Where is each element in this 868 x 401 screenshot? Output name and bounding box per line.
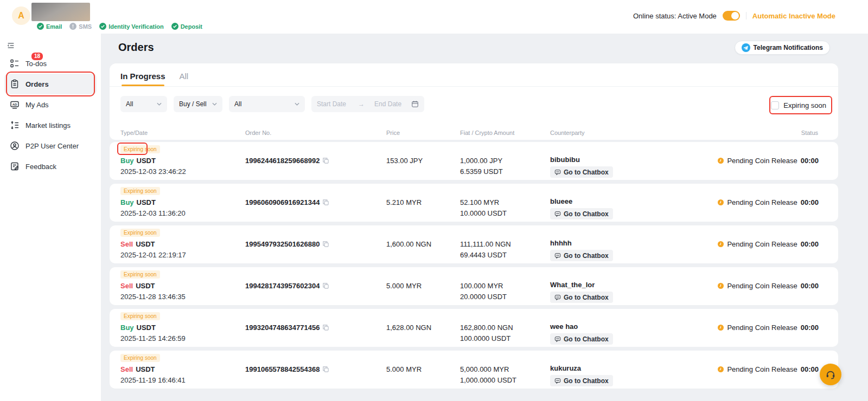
- crypto-amount: 10.0000 USDT: [460, 209, 507, 217]
- toggle-knob: [731, 12, 739, 20]
- sidebar-item-label: Orders: [25, 80, 49, 88]
- expiring-soon-checkbox[interactable]: Expiring soon: [771, 98, 826, 113]
- order-row[interactable]: Expiring soon Sell USDT 2025-12-01 22:19…: [110, 225, 838, 263]
- status-label: Pending Coin Release: [727, 198, 797, 206]
- status-label: Pending Coin Release: [727, 282, 797, 290]
- date-range-picker[interactable]: Start Date → End Date: [311, 96, 424, 112]
- sidebar-item-feedback[interactable]: Feedback: [4, 156, 97, 177]
- order-price: 5.210 MYR: [386, 198, 422, 206]
- order-price: 1,600.00 NGN: [386, 240, 431, 248]
- copy-icon[interactable]: [322, 366, 329, 373]
- check-circle-icon: [37, 23, 44, 30]
- go-to-chatbox-button[interactable]: Go to Chatbox: [550, 333, 613, 345]
- ad-icon: AD: [10, 100, 20, 109]
- order-asset: USDT: [137, 198, 156, 206]
- chevron-down-icon: [212, 102, 217, 106]
- top-bar: A Email SMS Identity Verification Deposi…: [0, 0, 868, 34]
- counterparty-name: blueee: [550, 197, 572, 205]
- sidebar-item-market-listings[interactable]: Market listings: [4, 115, 97, 135]
- clock-icon: [718, 241, 724, 247]
- sidebar-item-todos[interactable]: To-dos 18: [4, 53, 97, 74]
- tab-all[interactable]: All: [180, 66, 189, 86]
- go-to-chatbox-button[interactable]: Go to Chatbox: [550, 250, 613, 261]
- copy-icon[interactable]: [322, 241, 329, 248]
- order-side: Buy: [120, 198, 134, 206]
- crypto-amount: 69.4443 USDT: [460, 251, 507, 259]
- expiring-soon-badge: Expiring soon: [120, 354, 160, 362]
- sidebar: To-dos 18 Orders AD My Ads Market listin…: [0, 34, 101, 401]
- automatic-inactive-mode-link[interactable]: Automatic Inactive Mode: [752, 12, 835, 20]
- sidebar-item-my-ads[interactable]: AD My Ads: [4, 94, 97, 115]
- status-label: Pending Coin Release: [727, 324, 797, 332]
- column-header-type-date: Type/Date: [120, 130, 148, 136]
- telegram-notifications-button[interactable]: Telegram Notifications: [735, 41, 830, 55]
- sidebar-collapse-icon[interactable]: [7, 41, 15, 50]
- sidebar-item-orders[interactable]: Orders: [4, 74, 97, 94]
- order-datetime: 2025-12-03 11:36:20: [120, 209, 186, 217]
- orders-list: Expiring soon Buy USDT 2025-12-03 23:46:…: [110, 142, 838, 392]
- verification-badge-sms: SMS: [69, 23, 92, 30]
- copy-icon[interactable]: [322, 324, 329, 331]
- order-row[interactable]: Expiring soon Sell USDT 2025-11-28 13:46…: [110, 267, 838, 305]
- check-circle-icon: [171, 23, 178, 30]
- tab-in-progress[interactable]: In Progress: [120, 66, 165, 86]
- go-to-chatbox-button[interactable]: Go to Chatbox: [550, 166, 613, 178]
- copy-icon[interactable]: [322, 157, 329, 164]
- order-side: Buy: [120, 157, 134, 165]
- chat-icon: [554, 378, 561, 384]
- fiat-amount: 52.100 MYR: [460, 198, 499, 206]
- chat-icon: [554, 169, 561, 176]
- order-side: Sell: [120, 282, 133, 290]
- order-row[interactable]: Expiring soon Buy USDT 2025-11-25 14:26:…: [110, 309, 838, 347]
- copy-icon[interactable]: [322, 199, 329, 206]
- orders-panel-header: In Progress All All Buy / Sell All Start…: [110, 63, 838, 140]
- order-datetime: 2025-12-01 22:19:17: [120, 251, 186, 259]
- online-status-label: Online status: Active Mode: [633, 12, 717, 20]
- sidebar-item-label: Market listings: [25, 121, 71, 130]
- order-side: Sell: [120, 240, 133, 248]
- go-to-chatbox-button[interactable]: Go to Chatbox: [550, 292, 613, 303]
- go-to-chatbox-button[interactable]: Go to Chatbox: [550, 375, 613, 386]
- filter-dropdown-3[interactable]: All: [229, 96, 305, 112]
- avatar[interactable]: A: [12, 7, 30, 25]
- counterparty-name: What_the_lor: [550, 281, 595, 289]
- todos-count-badge: 18: [30, 51, 44, 61]
- sidebar-item-p2p-user-center[interactable]: P2P User Center: [4, 135, 97, 156]
- order-number: 1995497932501626880: [245, 240, 320, 248]
- status-timer: 00:00: [801, 198, 819, 206]
- clock-icon: [718, 366, 724, 372]
- expiring-soon-badge: Expiring soon: [120, 145, 160, 153]
- redacted-username: [31, 3, 90, 21]
- online-status-toggle[interactable]: [723, 11, 740, 21]
- order-row[interactable]: Expiring soon Sell USDT 2025-11-19 16:46…: [110, 351, 838, 389]
- expiring-soon-badge: Expiring soon: [120, 229, 160, 237]
- order-status: Pending Coin Release 00:00: [718, 324, 819, 332]
- fiat-amount: 100.000 MYR: [460, 282, 503, 290]
- svg-text:AD: AD: [12, 103, 17, 106]
- copy-icon[interactable]: [322, 282, 329, 289]
- filter-dropdown-1[interactable]: All: [120, 96, 167, 112]
- chat-icon: [554, 294, 561, 301]
- checkbox-unchecked[interactable]: [771, 101, 779, 109]
- order-row[interactable]: Expiring soon Buy USDT 2025-12-03 23:46:…: [110, 142, 838, 180]
- order-datetime: 2025-11-25 14:26:59: [120, 334, 186, 342]
- order-status: Pending Coin Release 00:00: [718, 240, 819, 248]
- clock-icon: [718, 158, 724, 164]
- sidebar-nav: To-dos 18 Orders AD My Ads Market listin…: [0, 53, 101, 177]
- start-date-placeholder: Start Date: [317, 100, 346, 108]
- calendar-icon: [411, 100, 419, 108]
- chat-icon: [554, 336, 561, 342]
- order-asset: USDT: [137, 324, 156, 332]
- go-to-chatbox-button[interactable]: Go to Chatbox: [550, 208, 613, 219]
- order-row[interactable]: Expiring soon Buy USDT 2025-12-03 11:36:…: [110, 184, 838, 222]
- headset-icon: [825, 369, 836, 380]
- verification-badge-email: Email: [37, 23, 62, 30]
- check-circle-icon: [99, 23, 106, 30]
- order-price: 1,628.00 NGN: [386, 324, 431, 332]
- verification-badge-identity: Identity Verification: [99, 23, 163, 30]
- status-label: Pending Coin Release: [727, 240, 797, 248]
- customer-support-button[interactable]: [820, 364, 841, 385]
- column-header-counterparty: Counterparty: [550, 130, 585, 136]
- filter-dropdown-buy-sell[interactable]: Buy / Sell: [174, 96, 222, 112]
- order-asset: USDT: [137, 157, 156, 165]
